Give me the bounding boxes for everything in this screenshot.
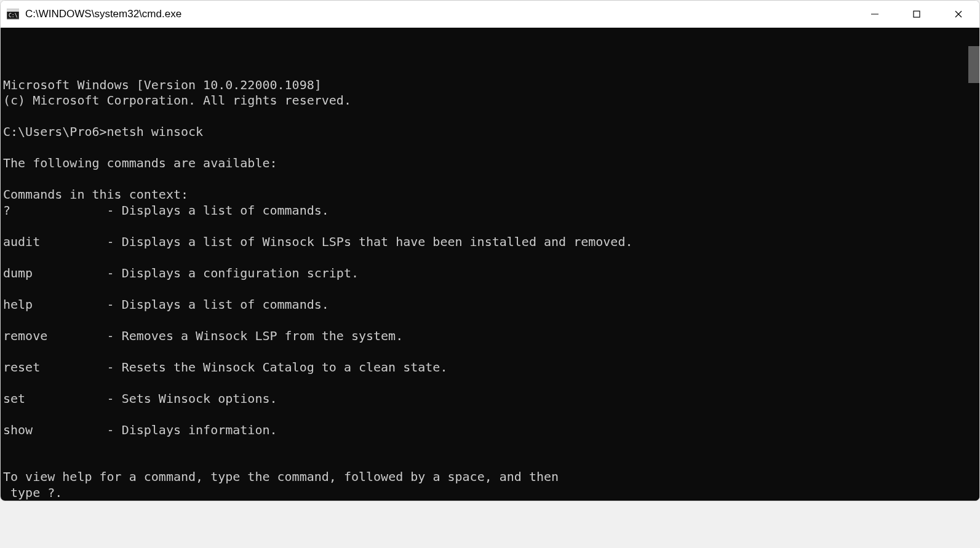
command-desc: - Sets Winsock options. bbox=[107, 391, 277, 406]
cmd-window: C:\ C:\WINDOWS\system32\cmd.exe Microsof… bbox=[0, 0, 980, 501]
output-line: type ?. bbox=[3, 485, 62, 500]
prompt-command: netsh winsock bbox=[107, 124, 204, 139]
command-row: remove- Removes a Winsock LSP from the s… bbox=[3, 328, 979, 344]
prompt-path: C:\Users\Pro6> bbox=[3, 124, 107, 139]
command-name: help bbox=[3, 297, 107, 313]
scrollbar-thumb[interactable] bbox=[968, 46, 979, 83]
command-desc: - Resets the Winsock Catalog to a clean … bbox=[107, 360, 448, 375]
maximize-button[interactable] bbox=[896, 1, 938, 28]
svg-text:C:\: C:\ bbox=[9, 13, 18, 18]
command-row: dump- Displays a configuration script. bbox=[3, 266, 979, 282]
window-title: C:\WINDOWS\system32\cmd.exe bbox=[25, 8, 854, 20]
output-line: The following commands are available: bbox=[3, 156, 277, 170]
svg-rect-1 bbox=[7, 9, 19, 12]
console-area[interactable]: Microsoft Windows [Version 10.0.22000.10… bbox=[1, 28, 979, 501]
titlebar[interactable]: C:\ C:\WINDOWS\system32\cmd.exe bbox=[1, 1, 979, 28]
command-row: ?- Displays a list of commands. bbox=[3, 203, 979, 219]
command-name: set bbox=[3, 391, 107, 407]
command-name: audit bbox=[3, 234, 107, 250]
output-line: Microsoft Windows [Version 10.0.22000.10… bbox=[3, 77, 322, 92]
output-line: Commands in this context: bbox=[3, 187, 188, 202]
command-desc: - Removes a Winsock LSP from the system. bbox=[107, 328, 404, 343]
command-name: remove bbox=[3, 328, 107, 344]
command-row: reset- Resets the Winsock Catalog to a c… bbox=[3, 360, 979, 376]
command-desc: - Displays a configuration script. bbox=[107, 266, 359, 280]
console-output: Microsoft Windows [Version 10.0.22000.10… bbox=[3, 62, 979, 501]
command-row: help- Displays a list of commands. bbox=[3, 297, 979, 313]
output-line: To view help for a command, type the com… bbox=[3, 469, 559, 484]
command-name: ? bbox=[3, 203, 107, 219]
close-button[interactable] bbox=[938, 1, 979, 28]
command-name: dump bbox=[3, 266, 107, 282]
command-name: show bbox=[3, 423, 107, 439]
command-desc: - Displays information. bbox=[107, 423, 277, 437]
command-desc: - Displays a list of Winsock LSPs that h… bbox=[107, 234, 633, 249]
output-line: (c) Microsoft Corporation. All rights re… bbox=[3, 93, 351, 108]
prompt-line: C:\Users\Pro6>netsh winsock bbox=[3, 124, 203, 139]
window-controls bbox=[854, 1, 979, 28]
minimize-button[interactable] bbox=[854, 1, 896, 28]
command-row: set- Sets Winsock options. bbox=[3, 391, 979, 407]
command-name: reset bbox=[3, 360, 107, 376]
command-desc: - Displays a list of commands. bbox=[107, 203, 329, 218]
svg-rect-4 bbox=[914, 11, 920, 17]
command-row: audit- Displays a list of Winsock LSPs t… bbox=[3, 234, 979, 250]
cmd-icon: C:\ bbox=[6, 7, 20, 22]
command-row: show- Displays information. bbox=[3, 423, 979, 439]
scrollbar-track[interactable] bbox=[968, 28, 979, 501]
command-desc: - Displays a list of commands. bbox=[107, 297, 329, 312]
